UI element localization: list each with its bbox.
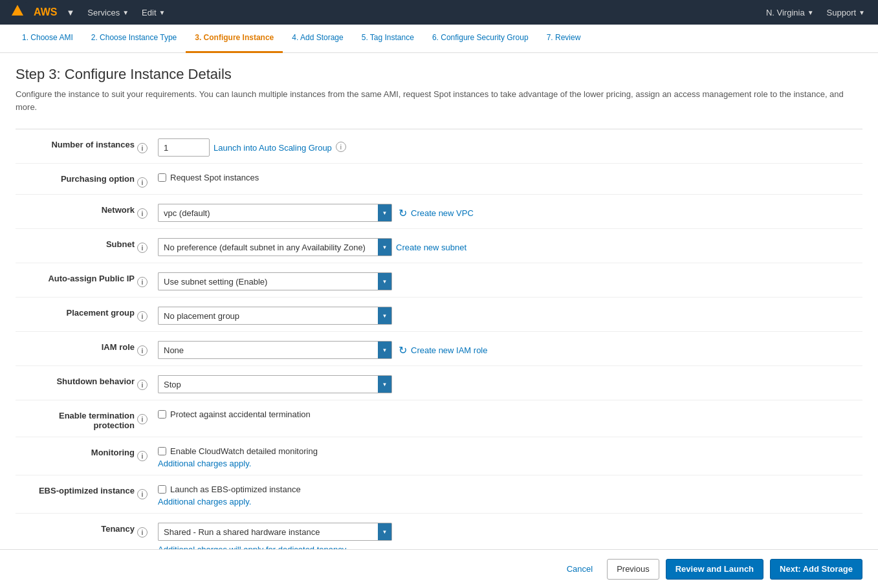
tenancy-select-group: Shared - Run a shared hardware instance … (158, 523, 392, 541)
request-spot-checkbox[interactable] (158, 173, 166, 182)
termination-protection-checkbox[interactable] (158, 410, 166, 419)
edit-label: Edit (142, 8, 156, 17)
edit-menu[interactable]: Edit ▼ (137, 5, 170, 20)
top-navigation: AWS ▼ Services ▼ Edit ▼ N. Virginia ▼ Su… (0, 0, 878, 25)
cancel-button[interactable]: Cancel (559, 560, 600, 578)
support-menu[interactable]: Support ▼ (822, 5, 870, 20)
purchasing-option-controls: Request Spot instances (158, 170, 862, 182)
shutdown-behavior-select-group: Stop Terminate (158, 375, 392, 393)
region-selector[interactable]: N. Virginia ▼ (761, 5, 819, 20)
shutdown-behavior-info-icon[interactable]: i (137, 380, 148, 390)
create-new-subnet-button[interactable]: Create new subnet (396, 240, 466, 255)
ebs-optimized-controls: Launch as EBS-optimized instance Additio… (158, 482, 862, 506)
iam-role-select[interactable]: None (158, 341, 378, 359)
services-chevron-icon: ▼ (122, 9, 129, 16)
monitoring-additional-charges-link[interactable]: Additional charges apply. (158, 459, 251, 468)
number-of-instances-label: Number of instances i (16, 136, 158, 153)
number-of-instances-info-icon[interactable]: i (137, 143, 148, 153)
tenancy-label: Tenancy i (16, 520, 158, 538)
iam-role-info-icon[interactable]: i (137, 345, 148, 356)
subnet-info-icon[interactable]: i (137, 243, 148, 253)
iam-role-select-group: None (158, 341, 392, 359)
network-select[interactable]: vpc (default) (158, 204, 378, 222)
purchasing-option-info-icon[interactable]: i (137, 177, 148, 188)
ebs-optimized-row: EBS-optimized instance i Launch as EBS-o… (16, 475, 862, 514)
network-select-group: vpc (default) (158, 204, 392, 222)
network-refresh-icon[interactable]: ↻ (399, 207, 407, 219)
support-chevron-icon: ▼ (859, 9, 865, 16)
auto-assign-ip-row: Auto-assign Public IP i Use subnet setti… (16, 263, 862, 298)
subnet-label: Subnet i (16, 235, 158, 253)
aws-logo-icon (8, 2, 31, 23)
previous-button[interactable]: Previous (607, 559, 659, 580)
ebs-optimized-info-icon[interactable]: i (137, 489, 148, 499)
auto-scaling-info-icon[interactable]: i (336, 142, 346, 152)
aws-brand[interactable]: AWS (34, 6, 57, 18)
iam-role-label: IAM role i (16, 338, 158, 356)
number-of-instances-row: Number of instances i Launch into Auto S… (16, 129, 862, 164)
auto-assign-ip-select-group: Use subnet setting (Enable) (158, 272, 392, 290)
number-of-instances-input[interactable] (158, 138, 210, 157)
create-new-vpc-button[interactable]: Create new VPC (411, 206, 474, 221)
page-description: Configure the instance to suit your requ… (16, 88, 862, 113)
ebs-optimized-checkbox[interactable] (158, 485, 166, 494)
ebs-additional-charges-link[interactable]: Additional charges apply. (158, 497, 251, 506)
termination-protection-controls: Protect against accidental termination (158, 407, 862, 419)
subnet-select-arrow[interactable] (378, 238, 392, 256)
launch-auto-scaling-button[interactable]: Launch into Auto Scaling Group (214, 140, 332, 155)
termination-protection-row: Enable termination protection i Protect … (16, 400, 862, 437)
next-add-storage-button[interactable]: Next: Add Storage (770, 559, 862, 580)
auto-assign-ip-info-icon[interactable]: i (137, 277, 148, 287)
create-new-iam-role-button[interactable]: Create new IAM role (411, 343, 488, 358)
review-and-launch-button[interactable]: Review and Launch (666, 559, 763, 580)
region-chevron-icon: ▼ (807, 9, 814, 16)
placement-group-info-icon[interactable]: i (137, 311, 148, 321)
monitoring-controls: Enable CloudWatch detailed monitoring Ad… (158, 444, 862, 468)
cloudwatch-monitoring-checkbox[interactable] (158, 447, 166, 455)
services-label: Services (87, 8, 120, 17)
placement-group-select-arrow[interactable] (378, 307, 392, 325)
protect-against-label: Protect against accidental termination (158, 409, 311, 419)
monitoring-label: Monitoring i (16, 444, 158, 461)
tenancy-select[interactable]: Shared - Run a shared hardware instance … (158, 523, 378, 541)
wizard-step-2[interactable]: 2. Choose Instance Type (82, 25, 186, 53)
network-select-arrow[interactable] (378, 204, 392, 222)
services-menu[interactable]: Services ▼ (82, 5, 134, 20)
shutdown-behavior-row: Shutdown behavior i Stop Terminate (16, 366, 862, 400)
wizard-step-4[interactable]: 4. Add Storage (283, 25, 352, 53)
monitoring-row: Monitoring i Enable CloudWatch detailed … (16, 437, 862, 475)
wizard-step-3[interactable]: 3. Configure Instance (186, 25, 283, 53)
ebs-optimized-label: EBS-optimized instance i (16, 482, 158, 499)
page-title: Step 3: Configure Instance Details (16, 66, 862, 83)
network-controls: vpc (default) ↻ Create new VPC (158, 201, 862, 222)
termination-protection-info-icon[interactable]: i (137, 414, 148, 424)
main-content: Step 3: Configure Instance Details Confi… (0, 53, 878, 588)
launch-ebs-label: Launch as EBS-optimized instance (158, 485, 301, 494)
wizard-step-5[interactable]: 5. Tag Instance (353, 25, 423, 53)
shutdown-behavior-select-arrow[interactable] (378, 375, 392, 393)
placement-group-controls: No placement group (158, 304, 862, 325)
placement-group-label: Placement group i (16, 304, 158, 321)
subnet-controls: No preference (default subnet in any Ava… (158, 235, 862, 256)
shutdown-behavior-label: Shutdown behavior i (16, 373, 158, 390)
iam-role-refresh-icon[interactable]: ↻ (399, 344, 407, 356)
tenancy-select-arrow[interactable] (378, 523, 392, 541)
subnet-select-group: No preference (default subnet in any Ava… (158, 238, 392, 256)
auto-assign-ip-label: Auto-assign Public IP i (16, 270, 158, 287)
wizard-step-1[interactable]: 1. Choose AMI (13, 25, 82, 53)
monitoring-info-icon[interactable]: i (137, 451, 148, 461)
brand-arrow-icon: ▼ (61, 5, 80, 20)
network-info-icon[interactable]: i (137, 208, 148, 219)
shutdown-behavior-select[interactable]: Stop Terminate (158, 375, 378, 393)
wizard-step-7[interactable]: 7. Review (538, 25, 590, 53)
auto-assign-ip-select-arrow[interactable] (378, 272, 392, 290)
subnet-select[interactable]: No preference (default subnet in any Ava… (158, 238, 378, 256)
auto-assign-ip-select[interactable]: Use subnet setting (Enable) (158, 272, 378, 290)
wizard-step-6[interactable]: 6. Configure Security Group (423, 25, 538, 53)
placement-group-select[interactable]: No placement group (158, 307, 378, 325)
shutdown-behavior-controls: Stop Terminate (158, 373, 862, 393)
support-label: Support (827, 8, 857, 17)
form-section: Number of instances i Launch into Auto S… (16, 129, 862, 561)
iam-role-select-arrow[interactable] (378, 341, 392, 359)
tenancy-info-icon[interactable]: i (137, 527, 148, 538)
